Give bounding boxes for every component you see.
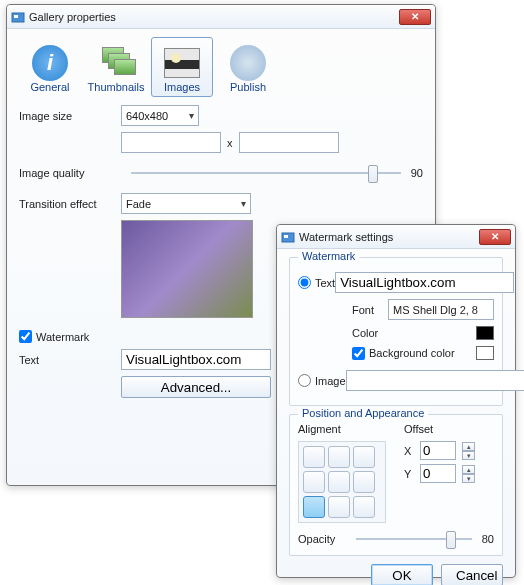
align-ml[interactable] bbox=[303, 471, 325, 493]
align-bl[interactable] bbox=[303, 496, 325, 518]
y-label: Y bbox=[404, 468, 414, 480]
font-label: Font bbox=[352, 304, 382, 316]
gallery-titlebar: Gallery properties ✕ bbox=[7, 5, 435, 29]
tab-general[interactable]: iGeneral bbox=[19, 37, 81, 97]
image-radio[interactable]: Image bbox=[298, 374, 346, 387]
offset-x-spinner[interactable]: ▴▾ bbox=[462, 442, 475, 460]
offset-x-input[interactable] bbox=[420, 441, 456, 460]
watermark-titlebar: Watermark settings ✕ bbox=[277, 225, 515, 249]
tab-images[interactable]: Images bbox=[151, 37, 213, 97]
align-mc[interactable] bbox=[328, 471, 350, 493]
align-tc[interactable] bbox=[328, 446, 350, 468]
watermark-title: Watermark settings bbox=[299, 231, 479, 243]
offset-label: Offset bbox=[404, 423, 475, 435]
x-label: X bbox=[404, 445, 414, 457]
align-tl[interactable] bbox=[303, 446, 325, 468]
align-br[interactable] bbox=[353, 496, 375, 518]
transition-preview bbox=[121, 220, 253, 318]
x-label: x bbox=[227, 137, 233, 149]
quality-value: 90 bbox=[411, 167, 423, 179]
advanced-button[interactable]: Advanced... bbox=[121, 376, 271, 398]
position-group: Position and Appearance Aligment Offset … bbox=[289, 414, 503, 556]
app-icon bbox=[281, 230, 295, 244]
align-bc[interactable] bbox=[328, 496, 350, 518]
opacity-value: 80 bbox=[482, 533, 494, 545]
close-button[interactable]: ✕ bbox=[479, 229, 511, 245]
watermark-text[interactable] bbox=[335, 272, 514, 293]
color-swatch[interactable] bbox=[476, 326, 494, 340]
watermark-group: Watermark Text Font MS Shell Dlg 2, 8 Co… bbox=[289, 257, 503, 406]
image-size-label: Image size bbox=[19, 110, 121, 122]
svg-rect-1 bbox=[14, 15, 18, 18]
gallery-title: Gallery properties bbox=[29, 11, 399, 23]
opacity-label: Opacity bbox=[298, 533, 346, 545]
tab-publish[interactable]: Publish bbox=[217, 37, 279, 97]
tabbar: iGeneral Thumbnails Images Publish bbox=[19, 37, 423, 97]
image-size-select[interactable]: 640x480 bbox=[121, 105, 199, 126]
text-label: Text bbox=[19, 354, 121, 366]
transition-label: Transition effect bbox=[19, 198, 121, 210]
image-path-input[interactable] bbox=[346, 370, 524, 391]
quality-label: Image quality bbox=[19, 167, 121, 179]
color-label: Color bbox=[352, 327, 382, 339]
bg-color-checkbox[interactable]: Background color bbox=[352, 347, 455, 360]
tab-thumbnails[interactable]: Thumbnails bbox=[85, 37, 147, 97]
align-mr[interactable] bbox=[353, 471, 375, 493]
watermark-text-input[interactable] bbox=[121, 349, 271, 370]
text-radio[interactable]: Text bbox=[298, 276, 335, 289]
close-button[interactable]: ✕ bbox=[399, 9, 431, 25]
font-field[interactable]: MS Shell Dlg 2, 8 bbox=[388, 299, 494, 320]
svg-rect-3 bbox=[284, 235, 288, 238]
width-input[interactable] bbox=[121, 132, 221, 153]
transition-select[interactable]: Fade bbox=[121, 193, 251, 214]
offset-y-input[interactable] bbox=[420, 464, 456, 483]
alignment-grid bbox=[298, 441, 386, 523]
watermark-window: Watermark settings ✕ Watermark Text Font… bbox=[276, 224, 516, 578]
offset-y-spinner[interactable]: ▴▾ bbox=[462, 465, 475, 483]
ok-button[interactable]: OK bbox=[371, 564, 433, 585]
alignment-label: Aligment bbox=[298, 423, 386, 435]
cancel-button[interactable]: Cancel bbox=[441, 564, 503, 585]
align-tr[interactable] bbox=[353, 446, 375, 468]
bg-color-swatch[interactable] bbox=[476, 346, 494, 360]
quality-slider[interactable] bbox=[131, 172, 401, 174]
height-input[interactable] bbox=[239, 132, 339, 153]
app-icon bbox=[11, 10, 25, 24]
opacity-slider[interactable] bbox=[356, 538, 472, 540]
watermark-checkbox[interactable]: Watermark bbox=[19, 330, 89, 343]
